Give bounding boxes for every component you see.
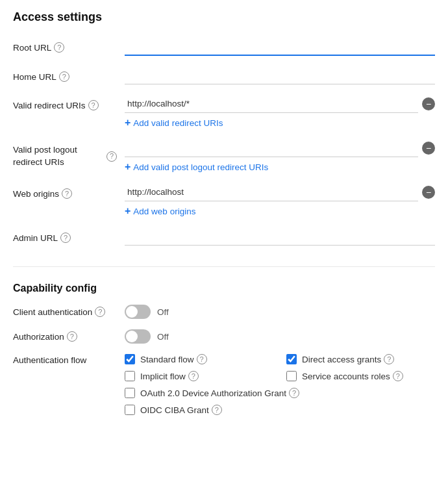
- section-divider: [13, 266, 435, 267]
- authorization-toggle[interactable]: [125, 329, 151, 344]
- oidc-ciba-help-icon[interactable]: ?: [212, 405, 222, 415]
- client-auth-label: Client authentication ?: [13, 307, 117, 317]
- web-origins-content: − + Add web origins: [125, 183, 435, 217]
- oidc-ciba-label: OIDC CIBA Grant ?: [140, 405, 222, 415]
- client-auth-row: Client authentication ? Off: [13, 305, 435, 319]
- remove-web-origins-0[interactable]: −: [422, 186, 435, 199]
- oauth-device-help-icon[interactable]: ?: [289, 388, 299, 398]
- valid-post-logout-help-icon[interactable]: ?: [106, 151, 117, 162]
- root-url-row: Root URL ?: [13, 37, 435, 56]
- valid-post-logout-label: Valid post logout redirect URIs ?: [13, 139, 117, 169]
- direct-access-item: Direct access grants ?: [286, 354, 435, 364]
- web-origins-row: Web origins ? − + Add web origins: [13, 183, 435, 217]
- valid-redirect-uri-input-0[interactable]: [125, 95, 418, 113]
- valid-redirect-uris-label: Valid redirect URIs ?: [13, 95, 117, 110]
- service-accounts-item: Service accounts roles ?: [286, 371, 435, 381]
- add-valid-redirect-icon: +: [125, 117, 131, 129]
- admin-url-help-icon[interactable]: ?: [60, 233, 71, 243]
- valid-redirect-uris-help-icon[interactable]: ?: [88, 100, 99, 110]
- admin-url-content: [125, 227, 435, 246]
- access-settings-title: Access settings: [13, 10, 435, 24]
- client-auth-toggle[interactable]: [125, 305, 151, 319]
- valid-redirect-uris-row: Valid redirect URIs ? − + Add valid redi…: [13, 95, 435, 129]
- root-url-content: [125, 37, 435, 56]
- oidc-ciba-item: OIDC CIBA Grant ?: [125, 405, 435, 415]
- oauth-device-item: OAuth 2.0 Device Authorization Grant ?: [125, 388, 435, 398]
- access-settings-section: Access settings Root URL ? Home URL ? Va…: [13, 10, 435, 246]
- direct-access-checkbox[interactable]: [286, 354, 297, 364]
- web-origins-item-0: −: [125, 183, 435, 201]
- implicit-flow-label: Implicit flow ?: [140, 371, 199, 381]
- admin-url-row: Admin URL ?: [13, 227, 435, 246]
- authorization-label: Authorization ?: [13, 331, 117, 342]
- add-valid-redirect-uri-link[interactable]: + Add valid redirect URIs: [125, 117, 435, 129]
- root-url-input[interactable]: [125, 37, 435, 56]
- web-origins-label: Web origins ?: [13, 183, 117, 199]
- web-origins-input-0[interactable]: [125, 183, 418, 201]
- root-url-help-icon[interactable]: ?: [54, 42, 64, 53]
- client-auth-slider: [125, 305, 151, 319]
- add-valid-post-logout-link[interactable]: + Add valid post logout redirect URIs: [125, 161, 435, 173]
- implicit-flow-checkbox[interactable]: [125, 371, 135, 381]
- admin-url-label: Admin URL ?: [13, 227, 117, 243]
- valid-redirect-uris-content: − + Add valid redirect URIs: [125, 95, 435, 129]
- capability-config-title: Capability config: [13, 283, 435, 294]
- standard-flow-item: Standard flow ?: [125, 354, 273, 364]
- oauth-device-checkbox[interactable]: [125, 388, 135, 398]
- authorization-status: Off: [157, 332, 169, 342]
- home-url-label: Home URL ?: [13, 66, 117, 82]
- valid-redirect-uri-item-0: −: [125, 95, 435, 113]
- remove-valid-redirect-uri-0[interactable]: −: [422, 97, 435, 110]
- home-url-row: Home URL ?: [13, 66, 435, 84]
- home-url-input[interactable]: [125, 66, 435, 84]
- client-auth-help-icon[interactable]: ?: [95, 307, 105, 317]
- auth-flow-options: Standard flow ? Direct access grants ? I…: [125, 354, 435, 415]
- add-post-logout-icon: +: [125, 161, 131, 173]
- oauth-device-label: OAuth 2.0 Device Authorization Grant ?: [140, 388, 299, 398]
- client-auth-control: Off: [125, 305, 169, 319]
- remove-valid-post-logout-0[interactable]: −: [422, 142, 435, 155]
- auth-flow-label: Authentication flow: [13, 354, 117, 365]
- service-accounts-checkbox[interactable]: [286, 371, 297, 381]
- standard-flow-help-icon[interactable]: ?: [197, 354, 207, 364]
- auth-flow-row: Authentication flow Standard flow ? Dire…: [13, 354, 435, 415]
- authorization-control: Off: [125, 329, 169, 344]
- valid-post-logout-row: Valid post logout redirect URIs ? − + Ad…: [13, 139, 435, 173]
- valid-post-logout-content: − + Add valid post logout redirect URIs: [125, 139, 435, 173]
- valid-post-logout-item-0: −: [125, 139, 435, 157]
- implicit-flow-help-icon[interactable]: ?: [188, 371, 199, 381]
- standard-flow-checkbox[interactable]: [125, 354, 135, 364]
- oidc-ciba-checkbox[interactable]: [125, 405, 135, 415]
- home-url-content: [125, 66, 435, 84]
- authorization-help-icon[interactable]: ?: [67, 331, 77, 342]
- service-accounts-help-icon[interactable]: ?: [393, 371, 403, 381]
- standard-flow-label: Standard flow ?: [140, 354, 207, 364]
- admin-url-input[interactable]: [125, 227, 435, 246]
- implicit-flow-item: Implicit flow ?: [125, 371, 273, 381]
- direct-access-help-icon[interactable]: ?: [384, 354, 394, 364]
- authorization-row: Authorization ? Off: [13, 329, 435, 344]
- home-url-help-icon[interactable]: ?: [59, 71, 69, 82]
- direct-access-label: Direct access grants ?: [302, 354, 394, 364]
- valid-post-logout-input-0[interactable]: [125, 139, 418, 157]
- add-web-origins-icon: +: [125, 205, 131, 217]
- web-origins-help-icon[interactable]: ?: [62, 188, 72, 199]
- client-auth-status: Off: [157, 307, 169, 317]
- root-url-label: Root URL ?: [13, 37, 117, 53]
- add-web-origins-link[interactable]: + Add web origins: [125, 205, 435, 217]
- service-accounts-label: Service accounts roles ?: [302, 371, 403, 381]
- capability-config-section: Capability config Client authentication …: [13, 283, 435, 415]
- authorization-slider: [125, 329, 151, 344]
